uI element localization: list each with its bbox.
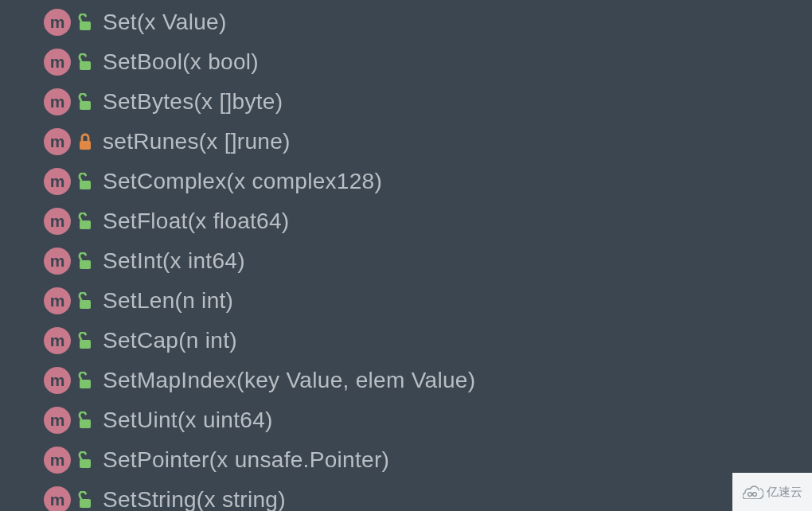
method-type-icon: m	[44, 447, 71, 474]
method-label: setRunes(x []rune)	[103, 129, 291, 154]
unlocked-icon	[78, 332, 92, 349]
method-row[interactable]: msetRunes(x []rune)	[44, 122, 812, 162]
method-row[interactable]: mSetInt(x int64)	[44, 241, 812, 281]
svg-rect-0	[80, 21, 91, 30]
method-row[interactable]: mSetLen(n int)	[44, 281, 812, 321]
method-label: SetComplex(x complex128)	[103, 169, 382, 194]
unlocked-icon	[78, 252, 92, 270]
method-label: Set(x Value)	[103, 10, 227, 35]
method-row[interactable]: mSetString(x string)	[44, 480, 812, 511]
method-list: mSet(x Value)mSetBool(x bool)mSetBytes(x…	[0, 0, 812, 511]
unlocked-icon	[78, 292, 92, 310]
svg-rect-7	[80, 300, 91, 309]
cloud-icon	[743, 485, 763, 499]
svg-rect-10	[80, 419, 91, 428]
method-type-icon: m	[44, 128, 71, 155]
unlocked-icon	[78, 412, 92, 429]
svg-rect-4	[80, 181, 91, 189]
svg-rect-9	[80, 380, 91, 388]
method-row[interactable]: mSetFloat(x float64)	[44, 201, 812, 241]
unlocked-icon	[78, 372, 92, 389]
method-type-icon: m	[44, 49, 71, 76]
method-type-icon: m	[44, 287, 71, 314]
method-row[interactable]: mSetBytes(x []byte)	[44, 82, 812, 122]
method-type-icon: m	[44, 407, 71, 434]
method-type-icon: m	[44, 327, 71, 354]
svg-rect-6	[80, 260, 91, 269]
method-type-icon: m	[44, 88, 71, 115]
svg-rect-2	[80, 101, 91, 110]
svg-rect-12	[80, 499, 91, 508]
svg-rect-8	[80, 340, 91, 349]
method-type-icon: m	[44, 367, 71, 394]
unlocked-icon	[78, 93, 92, 111]
method-row[interactable]: mSetCap(n int)	[44, 321, 812, 361]
svg-rect-3	[80, 141, 91, 150]
method-type-icon: m	[44, 168, 71, 195]
method-label: SetMapIndex(key Value, elem Value)	[103, 368, 475, 393]
svg-point-13	[748, 493, 751, 497]
method-row[interactable]: mSetMapIndex(key Value, elem Value)	[44, 361, 812, 400]
svg-rect-11	[80, 459, 91, 468]
method-label: SetUint(x uint64)	[103, 408, 273, 433]
method-type-icon: m	[44, 208, 71, 235]
unlocked-icon	[78, 491, 92, 509]
svg-rect-5	[80, 220, 91, 229]
method-label: SetBytes(x []byte)	[103, 89, 283, 115]
svg-rect-1	[80, 61, 91, 70]
locked-icon	[78, 133, 92, 150]
watermark-badge: 亿速云	[732, 473, 812, 511]
watermark-text: 亿速云	[767, 485, 802, 500]
method-row[interactable]: mSetUint(x uint64)	[44, 400, 812, 440]
method-row[interactable]: mSet(x Value)	[44, 2, 812, 42]
svg-point-14	[752, 493, 756, 497]
unlocked-icon	[78, 173, 92, 190]
method-type-icon: m	[44, 248, 71, 275]
method-label: SetPointer(x unsafe.Pointer)	[103, 447, 389, 473]
unlocked-icon	[78, 451, 92, 469]
method-type-icon: m	[44, 9, 71, 36]
method-row[interactable]: mSetBool(x bool)	[44, 42, 812, 82]
method-label: SetFloat(x float64)	[103, 209, 289, 234]
method-label: SetInt(x int64)	[103, 248, 245, 274]
method-row[interactable]: mSetComplex(x complex128)	[44, 162, 812, 201]
unlocked-icon	[78, 14, 92, 31]
unlocked-icon	[78, 53, 92, 71]
method-row[interactable]: mSetPointer(x unsafe.Pointer)	[44, 440, 812, 480]
method-label: SetString(x string)	[103, 487, 286, 511]
unlocked-icon	[78, 213, 92, 230]
method-label: SetLen(n int)	[103, 288, 233, 314]
method-type-icon: m	[44, 486, 71, 511]
method-label: SetCap(n int)	[103, 328, 237, 353]
method-label: SetBool(x bool)	[103, 49, 259, 75]
